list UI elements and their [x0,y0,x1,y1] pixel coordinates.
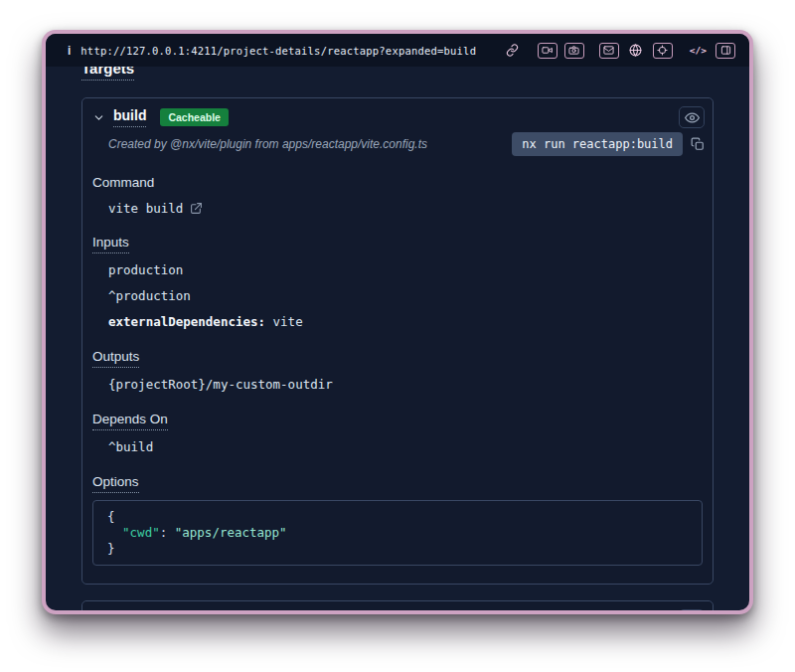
input-item: production [108,260,703,278]
created-by-text: Created by @nx/vite/plugin from apps/rea… [108,137,427,151]
external-deps-key: externalDependencies: [108,314,265,329]
external-deps-value: vite [265,314,303,329]
inputs-label: Inputs [92,235,703,251]
serve-target-card: serve vite serve [81,600,714,610]
depends-on-label: Depends On [92,412,703,427]
build-card-meta: Created by @nx/vite/plugin from apps/rea… [82,128,713,156]
code-icon[interactable]: </> [688,43,709,59]
json-key-cwd: "cwd" [107,525,160,540]
cacheable-badge: Cacheable [160,108,229,126]
outputs-label: Outputs [92,349,703,365]
depends-on-item: ^build [108,437,703,455]
view-target-button[interactable] [679,609,705,610]
build-card-sections: Command vite build Inputs produc [82,175,713,584]
info-icon: i [68,44,71,58]
globe-icon[interactable] [626,43,646,59]
browser-viewport: i http://127.0.0.1:4211/project-details/… [46,34,749,610]
build-target-card: build Cacheable Created by @nx/vite/plug… [81,97,714,585]
camera-icon[interactable] [564,43,584,59]
url-text[interactable]: http://127.0.0.1:4211/project-details/re… [80,45,476,57]
crosshair-icon[interactable] [653,43,673,59]
eye-icon [685,110,700,125]
json-value-cwd: "apps/reactapp" [175,525,287,540]
desktop-background: i http://127.0.0.1:4211/project-details/… [0,0,795,672]
browser-window: i http://127.0.0.1:4211/project-details/… [42,30,753,614]
page-content: Targets build Cacheable [46,67,749,610]
options-code-block: { "cwd": "apps/reactapp" } [92,500,703,566]
link-icon[interactable] [503,43,523,59]
input-item: ^production [108,286,703,304]
run-command-chip: nx run reactapp:build [512,132,683,156]
command-value: vite build [108,201,183,216]
options-label: Options [92,474,703,490]
url-bar: i http://127.0.0.1:4211/project-details/… [46,34,749,67]
build-card-header[interactable]: build Cacheable [82,98,713,128]
view-target-button[interactable] [679,106,705,128]
copy-command-button[interactable] [691,137,705,151]
video-icon[interactable] [538,43,557,59]
target-name[interactable]: build [113,107,146,127]
chevron-down-icon[interactable] [92,111,105,124]
toolbar-icons: </> [503,43,735,59]
copy-icon [691,137,705,151]
command-label: Command [92,175,703,191]
sidebar-icon[interactable] [716,43,735,59]
serve-card-header[interactable]: serve vite serve [82,601,713,610]
external-link-icon[interactable] [190,202,203,215]
input-item-external-deps: externalDependencies: vite [108,312,703,330]
targets-heading: Targets [81,67,714,78]
output-item: {projectRoot}/my-custom-outdir [108,375,703,393]
mail-icon[interactable] [599,43,619,59]
command-value-row: vite build [108,201,703,216]
